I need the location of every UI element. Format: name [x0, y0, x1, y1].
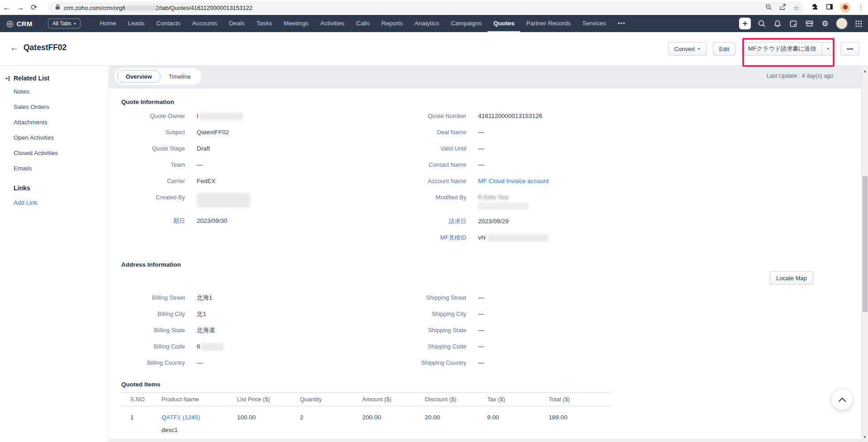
sidebar-item-notes[interactable]: Notes	[14, 88, 108, 95]
tab-accounts[interactable]: Accounts	[186, 15, 223, 32]
field-value: —	[478, 358, 484, 367]
edit-button[interactable]: Edit	[713, 42, 735, 56]
user-avatar[interactable]	[836, 18, 848, 29]
send-to-mf-button[interactable]: MFクラウド請求書に送信	[742, 42, 822, 56]
address-bar[interactable]: crm.zoho.com/crm/org62/tab/Quotes/416112…	[48, 2, 804, 14]
more-actions-button[interactable]: •••	[840, 42, 859, 56]
field-billing-country: Billing Country —	[121, 358, 375, 367]
extensions-puzzle-icon[interactable]	[811, 3, 819, 12]
field-mf-quote-id: MF見積ID vN	[358, 233, 611, 242]
related-list-title: Related List	[14, 75, 49, 82]
browser-reload-icon[interactable]: ⟳	[27, 3, 41, 12]
tab-leads[interactable]: Leads	[122, 15, 151, 32]
add-link-button[interactable]: Add Link	[14, 199, 108, 206]
col-quantity: Quantity	[291, 396, 353, 403]
sidebar-item-closed-activities[interactable]: Closed Activities	[14, 150, 108, 156]
sidebar-item-emails[interactable]: Emails	[14, 165, 108, 172]
tab-calls[interactable]: Calls	[350, 15, 375, 32]
sidebar-item-attachments[interactable]: Attachments	[14, 119, 108, 126]
section-title-quote-information: Quote Information	[121, 99, 861, 105]
tab-campaigns[interactable]: Campaigns	[445, 15, 488, 32]
tab-reports[interactable]: Reports	[375, 15, 408, 32]
tab-partner-records[interactable]: Partner Records	[520, 15, 576, 32]
field-modified-by: Modified By ff Zoho Test	[358, 193, 611, 210]
tab-services[interactable]: Services	[577, 15, 612, 32]
chevron-down-icon: ▾	[698, 47, 700, 51]
product-link[interactable]: QATF1 (1245)	[161, 414, 200, 421]
record-header: ← QatestFF02 Convert ▾ Edit MFクラウド請求書に送信…	[0, 32, 868, 66]
field-created-by: Created By	[121, 193, 375, 209]
field-due-date: 期日 2023/09/30	[121, 216, 375, 226]
tab-meetings[interactable]: Meetings	[278, 15, 314, 32]
crm-logo[interactable]: ◎ CRM	[6, 19, 33, 28]
tab-analytics[interactable]: Analytics	[409, 15, 445, 32]
tab-quotes[interactable]: Quotes	[488, 15, 521, 32]
sidebar-item-open-activities[interactable]: Open Activities	[14, 134, 108, 141]
field-value: 4161120000013153126	[478, 112, 542, 121]
field-label: Created By	[121, 193, 185, 202]
collapse-sidebar-icon[interactable]: ◄	[5, 76, 9, 81]
field-label: Shipping City	[358, 310, 466, 319]
app-launcher-grid-icon[interactable]	[854, 20, 863, 28]
vertical-scrollbar[interactable]: ▲ ▼	[861, 66, 868, 442]
field-value: —	[478, 293, 484, 302]
browser-menu-kebab-icon[interactable]: ⋮	[858, 4, 864, 11]
item-quantity: 2	[291, 414, 353, 421]
browser-profile-avatar[interactable]	[840, 3, 850, 13]
share-icon[interactable]	[779, 4, 786, 12]
field-billing-city: Billing City 北1	[121, 310, 375, 319]
field-value: —	[197, 160, 203, 169]
notifications-bell-icon[interactable]	[773, 20, 783, 28]
settings-gear-icon[interactable]: ⚙	[820, 20, 830, 28]
url-redacted	[126, 5, 156, 11]
zoom-out-icon[interactable]	[765, 4, 772, 12]
section-title-quoted-items: Quoted Items	[121, 381, 861, 388]
calendar-icon[interactable]	[788, 20, 798, 27]
search-icon[interactable]	[757, 20, 767, 28]
scroll-to-top-button[interactable]	[832, 389, 853, 410]
field-value: —	[478, 128, 484, 137]
browser-back-icon[interactable]: ←	[0, 3, 14, 12]
back-arrow-icon[interactable]: ←	[10, 43, 19, 53]
locate-map-button[interactable]: Locate Map	[770, 271, 813, 285]
browser-forward-icon[interactable]: →	[14, 3, 27, 12]
tab-home[interactable]: Home	[94, 15, 122, 32]
field-value	[197, 193, 250, 207]
redacted-value	[202, 343, 223, 351]
field-value: ff Zoho Test	[478, 193, 529, 210]
field-billing-code: Billing Code 6	[121, 342, 375, 351]
item-total: 189.00	[540, 414, 611, 421]
tab-contacts[interactable]: Contacts	[150, 15, 186, 32]
field-deal-name: Deal Name —	[358, 128, 611, 137]
send-to-mf-split-button: MFクラウド請求書に送信 ▾	[742, 42, 834, 56]
field-team: Team —	[121, 160, 375, 169]
tab-activities[interactable]: Activities	[314, 15, 350, 32]
tab-deals[interactable]: Deals	[223, 15, 251, 32]
field-shipping-state: Shipping State —	[358, 326, 611, 335]
tab-overview[interactable]: Overview	[117, 70, 161, 83]
tab-tasks[interactable]: Tasks	[251, 15, 278, 32]
send-to-mf-dropdown-button[interactable]: ▾	[822, 42, 834, 56]
convert-button[interactable]: Convert ▾	[668, 42, 707, 56]
tab-timeline[interactable]: Timeline	[161, 70, 199, 83]
field-value: 6	[197, 342, 223, 351]
account-name-link[interactable]: MF Cloud Invoice account	[478, 178, 549, 184]
field-label: Quote Number	[358, 112, 466, 121]
related-list-sidebar: ◄ Related List Notes Sales Orders Attach…	[0, 66, 109, 442]
field-label: Valid Until	[358, 144, 466, 153]
marketplace-store-icon[interactable]	[804, 20, 814, 27]
redacted-value	[200, 113, 243, 120]
field-value: 2023/09/30	[197, 216, 228, 226]
redacted-value	[487, 234, 548, 242]
bookmark-star-icon[interactable]: ☆	[793, 5, 799, 11]
all-tabs-button[interactable]: All Tabs ▾	[48, 19, 81, 28]
next-row-clipped-band	[109, 439, 861, 442]
tabs-overflow-icon[interactable]: •••	[612, 15, 631, 32]
scrollbar-up-icon[interactable]: ▲	[862, 69, 868, 73]
sidebar-item-sales-orders[interactable]: Sales Orders	[14, 103, 108, 110]
quick-create-plus-button[interactable]: +	[739, 18, 751, 29]
scrollbar-thumb[interactable]	[863, 176, 868, 312]
scrollbar-down-icon[interactable]: ▼	[862, 435, 868, 439]
side-panel-icon[interactable]	[826, 3, 833, 12]
field-label: Quote Owner	[121, 112, 185, 121]
